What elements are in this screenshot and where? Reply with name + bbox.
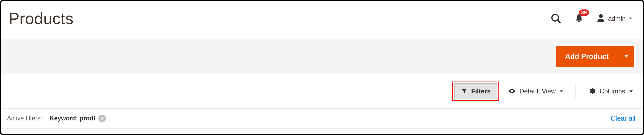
user-menu[interactable]: admin	[596, 14, 632, 24]
user-label: admin	[608, 15, 626, 22]
grid-controls: Filters Default View Columns	[1, 74, 643, 109]
filter-chip-label: Keyword: prodI	[50, 115, 95, 122]
search-icon[interactable]	[550, 13, 562, 24]
filters-label: Filters	[471, 87, 491, 95]
page-header: Products 39 admin	[1, 1, 643, 39]
action-bar: Add Product	[1, 39, 643, 74]
svg-line-1	[558, 20, 560, 23]
default-view-button[interactable]: Default View	[507, 85, 565, 98]
chevron-down-icon	[629, 18, 632, 19]
divider	[576, 84, 576, 98]
eye-icon	[508, 87, 516, 95]
app-frame: Products 39 admin	[0, 0, 644, 135]
funnel-icon	[461, 88, 467, 94]
notification-badge: 39	[579, 9, 589, 16]
active-filters-bar: Active filters: Keyword: prodI Clear all	[1, 109, 643, 129]
add-product-label: Add Product	[565, 52, 609, 61]
page-title: Products	[9, 9, 74, 28]
filter-chip-remove[interactable]	[98, 115, 106, 122]
add-product-toggle[interactable]	[618, 46, 634, 67]
close-icon	[100, 117, 104, 120]
clear-all-link[interactable]: Clear all	[611, 114, 635, 122]
chevron-down-icon	[560, 90, 563, 92]
columns-label: Columns	[600, 87, 625, 95]
add-product-split-button: Add Product	[556, 46, 634, 67]
default-view-label: Default View	[519, 87, 556, 95]
filters-button[interactable]: Filters	[454, 83, 497, 99]
columns-button[interactable]: Columns	[587, 85, 634, 98]
gear-icon	[588, 87, 596, 95]
filter-chip: Keyword: prodI	[50, 115, 106, 122]
notifications-button[interactable]: 39	[574, 13, 584, 25]
header-actions: 39 admin	[550, 13, 632, 25]
active-filters-label: Active filters:	[7, 115, 42, 122]
chevron-down-icon	[625, 55, 628, 58]
user-icon	[596, 14, 605, 24]
chevron-down-icon	[629, 90, 633, 92]
svg-point-0	[552, 14, 559, 21]
add-product-button[interactable]: Add Product	[556, 46, 618, 67]
